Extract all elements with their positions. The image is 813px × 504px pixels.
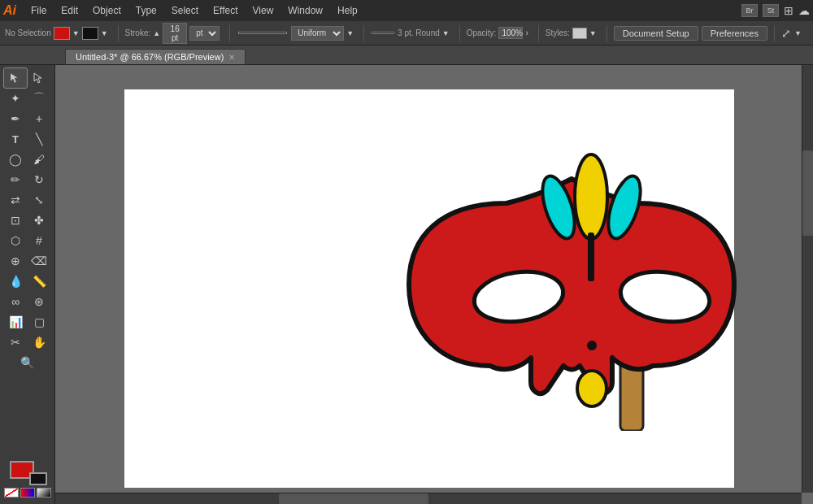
round-cap-label: 3 pt. Round bbox=[398, 28, 440, 37]
svg-point-8 bbox=[575, 154, 607, 239]
menu-help[interactable]: Help bbox=[331, 3, 364, 18]
artboard-tool[interactable]: ▢ bbox=[28, 312, 50, 332]
pencil-tool[interactable]: ✏ bbox=[4, 170, 27, 189]
blend-tool[interactable]: ∞ bbox=[4, 292, 27, 311]
menu-effect[interactable]: Effect bbox=[207, 3, 244, 18]
divider-7 bbox=[774, 25, 775, 41]
tool-row-1 bbox=[2, 68, 53, 88]
paintbrush-tool[interactable]: 🖌 bbox=[28, 150, 50, 169]
fill-dropdown-icon[interactable]: ▼ bbox=[72, 29, 80, 37]
selection-tool[interactable] bbox=[4, 68, 27, 88]
ellipse-tool[interactable]: ◯ bbox=[4, 150, 27, 169]
puppet-tool[interactable]: ✤ bbox=[28, 211, 50, 230]
stroke-unit-select[interactable]: pt bbox=[189, 26, 220, 41]
scale-tool[interactable]: ⤡ bbox=[28, 190, 50, 210]
stroke-swatch[interactable] bbox=[29, 472, 47, 485]
divider-5 bbox=[538, 25, 539, 41]
canvas-area[interactable]: aynteca bbox=[55, 65, 813, 504]
vertical-scrollbar[interactable] bbox=[802, 65, 813, 493]
menu-file[interactable]: File bbox=[24, 3, 53, 18]
gradient-swatch[interactable] bbox=[37, 488, 51, 497]
color-mode-row bbox=[4, 488, 51, 497]
horizontal-scrollbar[interactable] bbox=[55, 493, 802, 504]
tool-row-6: ✏ ↻ bbox=[2, 170, 53, 189]
tab-close-button[interactable]: ✕ bbox=[228, 53, 235, 62]
stroke-dropdown-icon[interactable]: ▼ bbox=[101, 29, 108, 37]
styles-dropdown-icon[interactable]: ▼ bbox=[589, 29, 597, 37]
menu-bar: Ai File Edit Object Type Select Effect V… bbox=[0, 0, 813, 21]
stroke-style-select[interactable]: Uniform bbox=[291, 26, 344, 41]
tool-row-2: ✦ ⌒ bbox=[2, 89, 53, 108]
menu-edit[interactable]: Edit bbox=[54, 3, 85, 18]
svg-marker-1 bbox=[34, 73, 41, 83]
color-swatches bbox=[8, 459, 47, 485]
tool-row-4: T ╲ bbox=[2, 129, 53, 149]
document-tab[interactable]: Untitled-3* @ 66.67% (RGB/Preview) ✕ bbox=[65, 49, 246, 64]
toolbar: No Selection ▼ ▼ Stroke: ▲ 16 pt pt Unif… bbox=[0, 21, 813, 46]
opacity-group: Opacity: 100% › bbox=[467, 27, 528, 39]
color-swatch[interactable] bbox=[20, 488, 35, 497]
menu-object[interactable]: Object bbox=[86, 3, 128, 18]
menu-window[interactable]: Window bbox=[281, 3, 329, 18]
document-setup-button[interactable]: Document Setup bbox=[614, 26, 698, 41]
mesh-tool[interactable]: # bbox=[28, 231, 50, 250]
lasso-tool[interactable]: ⌒ bbox=[28, 89, 50, 108]
stock-icon[interactable]: St bbox=[763, 4, 779, 17]
styles-preview bbox=[572, 28, 587, 39]
svg-marker-0 bbox=[11, 73, 18, 83]
grid-icon[interactable]: ⊞ bbox=[784, 4, 793, 17]
perspective-tool[interactable]: ⬡ bbox=[4, 231, 27, 250]
stroke-up-icon[interactable]: ▲ bbox=[153, 29, 160, 37]
none-swatch[interactable] bbox=[4, 488, 19, 497]
magic-wand-tool[interactable]: ✦ bbox=[4, 89, 27, 108]
menu-view[interactable]: View bbox=[246, 3, 280, 18]
transform-dropdown-icon[interactable]: ▼ bbox=[794, 29, 802, 37]
transform-icon[interactable]: ⤢ bbox=[781, 27, 791, 40]
eyedropper-tool[interactable]: 💧 bbox=[4, 272, 27, 291]
styles-label: Styles: bbox=[546, 28, 570, 37]
stroke-group: Stroke: ▲ 16 pt pt bbox=[125, 23, 220, 44]
tab-label: Untitled-3* @ 66.67% (RGB/Preview) bbox=[76, 52, 224, 62]
type-tool[interactable]: T bbox=[4, 129, 27, 149]
opacity-more-icon[interactable]: › bbox=[525, 28, 528, 37]
measure-tool[interactable]: 📏 bbox=[28, 272, 50, 291]
stroke-value[interactable]: 16 pt bbox=[163, 23, 187, 44]
menu-select[interactable]: Select bbox=[165, 3, 205, 18]
divider-3 bbox=[363, 25, 364, 41]
direct-select-tool[interactable] bbox=[28, 68, 50, 88]
hand-tool[interactable]: ✋ bbox=[28, 332, 50, 352]
tool-row-12: ∞ ⊛ bbox=[2, 292, 53, 311]
stroke-label: Stroke: bbox=[125, 28, 151, 37]
fill-color-swatch[interactable] bbox=[54, 27, 70, 40]
svg-rect-9 bbox=[588, 232, 594, 281]
free-transform-tool[interactable]: ⊡ bbox=[4, 211, 27, 230]
stroke-color-swatch[interactable] bbox=[82, 27, 98, 40]
bridge-icon[interactable]: Br bbox=[741, 4, 758, 17]
tool-row-3: ✒ + bbox=[2, 109, 53, 128]
tool-row-8: ⊡ ✤ bbox=[2, 211, 53, 230]
cloud-icon[interactable]: ☁ bbox=[798, 4, 810, 17]
divider-6 bbox=[606, 25, 607, 41]
menu-type[interactable]: Type bbox=[129, 3, 163, 18]
zoom-tool[interactable]: 🔍 bbox=[16, 353, 39, 372]
divider-2 bbox=[229, 25, 230, 41]
shape-builder-tool[interactable]: ⊕ bbox=[4, 251, 27, 271]
pen-tool[interactable]: ✒ bbox=[4, 109, 27, 128]
round-cap-dropdown-icon[interactable]: ▼ bbox=[442, 29, 450, 37]
slice-tool[interactable]: ✂ bbox=[4, 332, 27, 352]
symbol-tool[interactable]: ⊛ bbox=[28, 292, 50, 311]
ai-logo: Ai bbox=[3, 3, 16, 18]
rotate-tool[interactable]: ↻ bbox=[28, 170, 50, 189]
opacity-value[interactable]: 100% bbox=[498, 27, 523, 39]
stroke-inner bbox=[31, 474, 46, 484]
tool-row-5: ◯ 🖌 bbox=[2, 150, 53, 169]
main-area: ✦ ⌒ ✒ + T ╲ ◯ 🖌 ✏ ↻ ⇄ ⤡ ⊡ ✤ bbox=[0, 65, 813, 504]
preferences-button[interactable]: Preferences bbox=[702, 26, 767, 41]
svg-point-10 bbox=[577, 371, 606, 406]
line-tool[interactable]: ╲ bbox=[28, 129, 50, 149]
eraser-tool[interactable]: ⌫ bbox=[28, 251, 50, 271]
mirror-tool[interactable]: ⇄ bbox=[4, 190, 27, 210]
graph-tool[interactable]: 📊 bbox=[4, 312, 27, 332]
add-anchor-tool[interactable]: + bbox=[28, 109, 50, 128]
stroke-style-dropdown-icon[interactable]: ▼ bbox=[346, 29, 354, 37]
